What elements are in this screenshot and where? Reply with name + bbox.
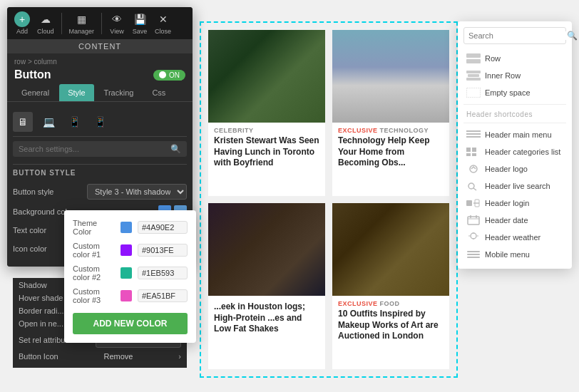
svg-rect-3	[468, 74, 479, 77]
card-2[interactable]: EXCLUSIVE TECHNOLOGY Technology Help Kee…	[332, 30, 449, 196]
custom3-hex: #EA51BF	[138, 289, 188, 302]
search-settings-input[interactable]	[19, 145, 170, 153]
right-search-input[interactable]	[468, 31, 567, 40]
add-button[interactable]: + Add	[14, 11, 30, 35]
card-1-image	[208, 30, 325, 123]
search-icon: 🔍	[170, 144, 181, 154]
toggle-on[interactable]: ON	[153, 70, 185, 81]
svg-rect-9	[466, 148, 471, 152]
header-live-search-icon	[466, 181, 481, 191]
tab-css[interactable]: Css	[143, 84, 174, 101]
card-4-title: 10 Outfits Inspired by Makeup Works of A…	[332, 309, 449, 346]
header-live-search-label: Header live search	[485, 182, 550, 190]
content-label: CONTENT	[7, 39, 193, 53]
inner-row-item[interactable]: Inner Row	[463, 67, 566, 84]
text-color-label: Text color	[13, 226, 46, 234]
svg-rect-12	[472, 153, 476, 156]
svg-point-23	[471, 233, 476, 239]
save-button[interactable]: 💾 Save	[132, 11, 148, 35]
header-categories-label: Header categories list	[485, 148, 560, 156]
custom3-swatch[interactable]	[121, 290, 132, 301]
header-date-item[interactable]: Header date	[463, 212, 566, 229]
right-panel: 🔍 Row Inner Row Empty space Header short…	[458, 21, 572, 269]
header-live-search-item[interactable]: Header live search	[463, 177, 566, 195]
laptop-icon[interactable]: 💻	[39, 112, 58, 132]
open-in-label: Open in ne...	[19, 319, 63, 328]
tablet-icon[interactable]: 📱	[64, 112, 84, 132]
card-3[interactable]: ...eek in Houston logs; High-Protein ...…	[208, 203, 325, 369]
svg-rect-2	[466, 71, 481, 73]
add-color-button[interactable]: ADD NEW COLOR	[73, 313, 188, 334]
button-style-row: Button style Style 3 - With shadow	[13, 184, 187, 200]
card-2-image	[332, 30, 449, 123]
header-date-icon	[466, 215, 481, 225]
card-3-title: ...eek in Houston logs; High-Protein ...…	[208, 301, 325, 339]
svg-rect-10	[472, 148, 476, 152]
header-login-icon	[466, 198, 481, 208]
cloud-button[interactable]: ☁ Cloud	[37, 11, 54, 35]
panel-topbar: + Add ☁ Cloud ▦ Manager 👁 View 💾 Save ✕ …	[7, 7, 193, 39]
row-item[interactable]: Row	[463, 50, 566, 67]
empty-space-item[interactable]: Empty space	[463, 84, 566, 101]
row-layout-icon	[466, 53, 481, 63]
tab-general[interactable]: General	[13, 84, 58, 101]
header-categories-item[interactable]: Header categories list	[463, 143, 566, 160]
custom2-label: Custom color #2	[73, 264, 115, 282]
toggle-dot	[159, 71, 166, 78]
view-icon: 👁	[109, 11, 125, 27]
mobile-icon[interactable]: 📱	[90, 112, 110, 132]
svg-rect-11	[466, 153, 471, 156]
view-button[interactable]: 👁 View	[109, 11, 125, 35]
card-3-image	[208, 203, 325, 296]
custom2-swatch[interactable]	[121, 267, 132, 279]
header-weather-item[interactable]: Header weather	[463, 229, 566, 246]
panel-tabs: General Style Tracking Css	[7, 84, 193, 102]
button-style-label: Button style	[13, 187, 53, 196]
card-1-category: CELEBRITY	[208, 123, 325, 135]
svg-rect-19	[468, 217, 479, 225]
custom1-swatch[interactable]	[121, 244, 132, 256]
tab-tracking[interactable]: Tracking	[96, 84, 143, 101]
custom3-row: Custom color #3 #EA51BF	[73, 287, 188, 304]
tab-style[interactable]: Style	[59, 84, 93, 101]
header-main-menu-icon	[466, 130, 481, 140]
header-main-menu-label: Header main menu	[485, 130, 552, 139]
header-logo-item[interactable]: Header logo	[463, 160, 566, 177]
custom1-label: Custom color #1	[73, 242, 115, 259]
close-button[interactable]: ✕ Close	[155, 11, 171, 35]
right-divider-1	[463, 104, 566, 105]
theme-color-swatch[interactable]	[121, 222, 132, 233]
desktop-icon[interactable]: 🖥	[13, 112, 33, 132]
button-style-select[interactable]: Style 3 - With shadow	[87, 184, 187, 200]
svg-rect-5	[466, 88, 481, 98]
card-1-title: Kristen Stewart Was Seen Having Lunch in…	[208, 135, 325, 173]
header-shortcodes-label: Header shortcodes	[463, 108, 566, 120]
card-1[interactable]: CELEBRITY Kristen Stewart Was Seen Havin…	[208, 30, 325, 196]
topbar-sep-2	[101, 13, 102, 34]
svg-rect-6	[466, 130, 481, 132]
mobile-menu-item[interactable]: Mobile menu	[463, 246, 566, 263]
theme-color-label: Theme Color	[73, 219, 115, 236]
card-2-category: EXCLUSIVE TECHNOLOGY	[332, 123, 449, 135]
chevron-right-icon[interactable]: ›	[178, 352, 181, 361]
mobile-menu-label: Mobile menu	[485, 250, 530, 259]
card-4-category: EXCLUSIVE FOOD	[332, 296, 449, 309]
manager-icon: ▦	[73, 11, 89, 27]
svg-rect-8	[466, 136, 481, 138]
header-login-label: Header login	[485, 199, 529, 207]
empty-space-item-label: Empty space	[485, 88, 531, 97]
color-picker-popup: Theme Color #4A90E2 Custom color #1 #901…	[64, 210, 196, 343]
header-weather-label: Header weather	[485, 233, 540, 242]
header-main-menu-item[interactable]: Header main menu	[463, 126, 566, 143]
device-icons: 🖥 💻 📱 📱	[13, 108, 187, 137]
svg-rect-22	[476, 215, 477, 218]
card-4-exclusive: EXCLUSIVE	[338, 300, 378, 307]
button-style-section-label: BUTTON STYLE	[13, 164, 187, 178]
button-icon-value: Remove	[104, 352, 133, 361]
topbar-sep-1	[61, 13, 62, 34]
header-login-item[interactable]: Header login	[463, 195, 566, 212]
page-title: Button	[14, 68, 51, 81]
manager-button[interactable]: ▦ Manager	[69, 11, 95, 35]
card-4[interactable]: EXCLUSIVE FOOD 10 Outfits Inspired by Ma…	[332, 203, 449, 369]
svg-rect-7	[466, 133, 481, 135]
